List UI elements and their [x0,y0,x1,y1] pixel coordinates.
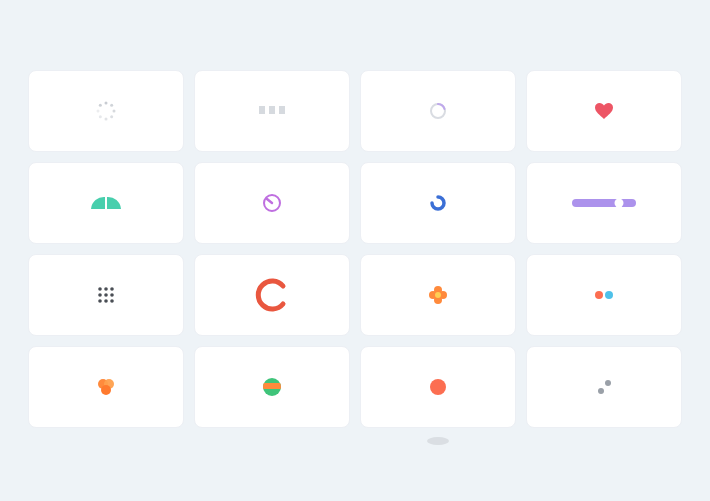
heart-icon [594,102,614,120]
blue-arc-icon [429,194,447,212]
spinner-card-heart[interactable] [526,70,682,152]
svg-point-37 [430,379,446,395]
svg-point-19 [104,293,108,297]
spinner-card-bicolor-ball[interactable] [194,346,350,428]
svg-point-22 [104,299,108,303]
dot-grid-icon [97,286,115,304]
bicolor-ball-icon [262,377,282,397]
svg-point-4 [105,118,108,121]
bouncing-ball-icon [428,377,448,397]
svg-point-14 [615,199,624,208]
svg-point-18 [98,293,102,297]
svg-point-29 [595,291,603,299]
spinner-card-thin-arc[interactable] [360,70,516,152]
thin-arc-icon [428,101,448,121]
svg-point-30 [605,291,613,299]
spinner-card-three-circles[interactable] [28,346,184,428]
svg-point-15 [98,287,102,291]
spinner-card-crescent[interactable] [194,254,350,336]
spinner-card-progress-bar[interactable] [526,162,682,244]
svg-point-33 [101,385,111,395]
spinner-card-circle-dots[interactable] [28,70,184,152]
spinner-card-fan-wings[interactable] [28,162,184,244]
svg-rect-8 [259,106,265,114]
svg-point-0 [105,102,108,105]
spinner-card-flower-dot[interactable] [360,254,516,336]
spinner-card-diag-dots[interactable] [526,346,682,428]
spinner-card-three-bars[interactable] [194,70,350,152]
svg-point-1 [110,104,113,107]
svg-point-3 [110,115,113,118]
two-dots-icon [593,290,615,300]
fan-wings-icon [89,194,123,212]
svg-point-16 [104,287,108,291]
three-circles-icon [95,377,117,397]
svg-point-39 [598,388,604,394]
svg-point-17 [110,287,114,291]
svg-rect-10 [279,106,285,114]
flower-dot-icon [428,285,448,305]
spinner-card-dot-grid[interactable] [28,254,184,336]
svg-point-38 [605,380,611,386]
svg-rect-13 [572,199,636,207]
svg-point-6 [97,110,100,113]
spinner-grid [28,70,682,428]
svg-rect-9 [269,106,275,114]
clock-arc-icon [261,192,283,214]
circle-dots-icon [96,101,116,121]
spinner-card-bouncing-ball[interactable] [360,346,516,428]
diag-dots-icon [594,377,614,397]
svg-point-23 [110,299,114,303]
svg-point-20 [110,293,114,297]
svg-point-5 [99,115,102,118]
svg-point-7 [99,104,102,107]
spinner-card-two-dots[interactable] [526,254,682,336]
progress-bar-icon [572,198,636,208]
svg-point-2 [113,110,116,113]
crescent-icon [255,278,289,312]
three-bars-icon [259,106,285,116]
svg-point-28 [435,292,441,298]
svg-rect-36 [262,383,282,389]
svg-point-21 [98,299,102,303]
spinner-card-clock-arc[interactable] [194,162,350,244]
spinner-card-blue-arc[interactable] [360,162,516,244]
ball-shadow-icon [427,437,449,445]
